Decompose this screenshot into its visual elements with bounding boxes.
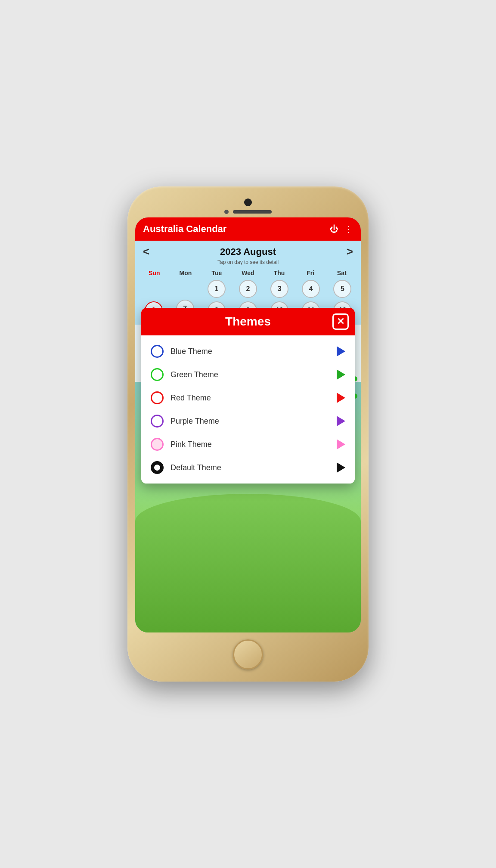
prev-month-button[interactable]: < (143, 245, 149, 258)
themes-modal: Themes ✕ Blue Theme (141, 308, 355, 484)
day-header-wed: Wed (232, 268, 264, 278)
themes-list: Blue Theme Green Theme (141, 335, 355, 484)
theme-circle-purple (151, 415, 164, 428)
home-button[interactable] (233, 639, 263, 670)
day-cell-4[interactable]: 4 (296, 280, 326, 298)
theme-arrow-default (337, 462, 345, 473)
day-circle-4[interactable]: 4 (302, 280, 320, 298)
calendar-nav: < 2023 August > (135, 241, 361, 259)
day-circle-2[interactable]: 2 (239, 280, 257, 298)
day-header-thu: Thu (264, 268, 295, 278)
theme-label-pink: Pink Theme (170, 440, 212, 449)
day-header-fri: Fri (295, 268, 326, 278)
empty-cell (170, 280, 200, 298)
header-icons: ⏻ ⋮ (330, 224, 353, 234)
next-month-button[interactable]: > (347, 245, 353, 258)
day-cell-5[interactable]: 5 (328, 280, 357, 298)
theme-arrow-blue (337, 346, 345, 356)
day-cell-1[interactable]: 1 (202, 280, 231, 298)
camera-dot (244, 198, 252, 206)
menu-icon[interactable]: ⋮ (344, 224, 353, 234)
day-header-mon: Mon (170, 268, 202, 278)
app-header: Australia Calendar ⏻ ⋮ (135, 217, 361, 241)
tap-hint: Tap on day to see its detail (135, 259, 361, 268)
theme-label-blue: Blue Theme (170, 347, 212, 356)
phone-speaker-area (224, 210, 272, 214)
themes-header: Themes ✕ (141, 308, 355, 335)
theme-left-pink: Pink Theme (151, 438, 212, 451)
themes-close-button[interactable]: ✕ (332, 313, 349, 330)
month-title: 2023 August (220, 246, 276, 257)
day-circle-5[interactable]: 5 (333, 280, 351, 298)
themes-title: Themes (225, 315, 271, 329)
phone-frame: Australia Calendar ⏻ ⋮ < 2023 August > T… (127, 186, 369, 682)
phone-bottom (135, 632, 361, 674)
theme-arrow-pink (337, 439, 345, 450)
theme-label-red: Red Theme (170, 394, 211, 403)
day-header-sat: Sat (326, 268, 357, 278)
phone-screen: Australia Calendar ⏻ ⋮ < 2023 August > T… (135, 217, 361, 632)
theme-arrow-green (337, 369, 345, 380)
day-header-sun: Sun (139, 268, 170, 278)
theme-left-default: Default Theme (151, 461, 221, 474)
theme-left-green: Green Theme (151, 368, 218, 381)
theme-circle-red (151, 391, 164, 404)
power-icon[interactable]: ⏻ (330, 224, 338, 234)
theme-left-red: Red Theme (151, 391, 211, 404)
day-header-tue: Tue (201, 268, 232, 278)
day-cell-2[interactable]: 2 (233, 280, 263, 298)
theme-item-green[interactable]: Green Theme (141, 363, 355, 386)
app-title: Australia Calendar (143, 223, 226, 235)
phone-camera-area (135, 194, 361, 210)
theme-label-green: Green Theme (170, 370, 218, 379)
theme-label-purple: Purple Theme (170, 417, 219, 426)
theme-item-blue[interactable]: Blue Theme (141, 340, 355, 363)
speaker-bar (233, 210, 272, 214)
theme-arrow-purple (337, 416, 345, 426)
month-year-label: 2023 August (220, 246, 276, 257)
days-header: Sun Mon Tue Wed Thu Fri Sat (135, 268, 361, 278)
theme-label-default: Default Theme (170, 463, 221, 472)
theme-circle-green (151, 368, 164, 381)
empty-cell (139, 280, 168, 298)
theme-item-pink[interactable]: Pink Theme (141, 433, 355, 456)
theme-left-purple: Purple Theme (151, 415, 219, 428)
day-circle-1[interactable]: 1 (208, 280, 226, 298)
grass-decoration (135, 494, 361, 632)
sensor-dot (224, 210, 229, 214)
day-circle-3[interactable]: 3 (270, 280, 288, 298)
theme-circle-pink (151, 438, 164, 451)
theme-item-default[interactable]: Default Theme (141, 456, 355, 479)
theme-circle-default (151, 461, 164, 474)
theme-left-blue: Blue Theme (151, 345, 212, 358)
theme-circle-blue (151, 345, 164, 358)
theme-item-red[interactable]: Red Theme (141, 386, 355, 409)
day-cell-3[interactable]: 3 (265, 280, 294, 298)
close-x-icon: ✕ (337, 317, 344, 326)
theme-arrow-red (337, 393, 345, 403)
theme-item-purple[interactable]: Purple Theme (141, 409, 355, 433)
